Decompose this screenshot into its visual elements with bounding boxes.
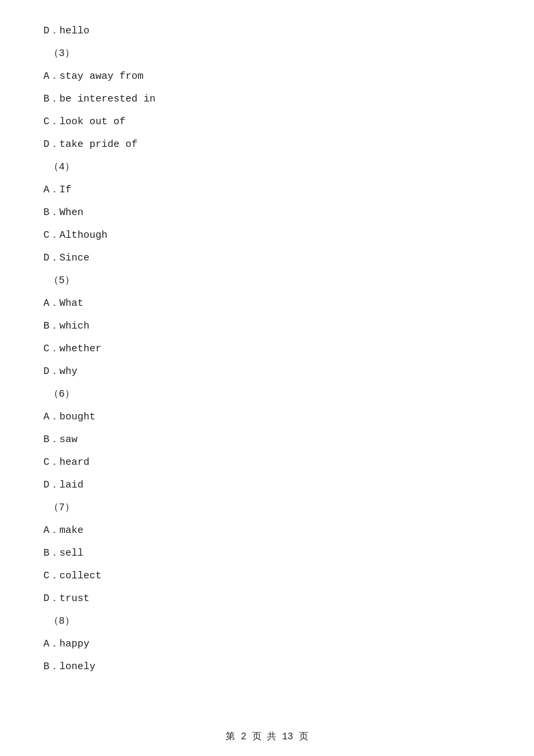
line-q6-d: D．laid	[43, 474, 491, 497]
line-q6-label: （6）	[49, 383, 491, 406]
line-q3-label: （3）	[49, 43, 491, 65]
line-q7-c: C．collect	[43, 565, 491, 588]
line-q6-c: C．heard	[43, 451, 491, 474]
line-q7-a: A．make	[43, 520, 491, 542]
line-q8-a: A．happy	[43, 633, 491, 656]
line-q8-b: B．lonely	[43, 656, 491, 679]
line-q5-b: B．which	[43, 315, 491, 338]
line-q5-a: A．What	[43, 293, 491, 315]
line-q3-a: A．stay away from	[43, 65, 491, 88]
line-q3-b: B．be interested in	[43, 88, 491, 111]
line-q4-label: （4）	[49, 156, 491, 179]
main-content: D．hello （3） A．stay away from B．be intere…	[0, 0, 534, 719]
line-q7-d: D．trust	[43, 588, 491, 610]
line-q3-d: D．take pride of	[43, 134, 491, 156]
line-q5-c: C．whether	[43, 338, 491, 361]
line-q4-a: A．If	[43, 179, 491, 202]
line-q6-a: A．bought	[43, 406, 491, 429]
line-q4-d: D．Since	[43, 247, 491, 270]
line-q5-label: （5）	[49, 270, 491, 293]
line-q6-b: B．saw	[43, 429, 491, 451]
line-q4-c: C．Although	[43, 224, 491, 247]
line-q7-b: B．sell	[43, 542, 491, 565]
line-q7-label: （7）	[49, 497, 491, 520]
line-q5-d: D．why	[43, 361, 491, 383]
line-q3-c: C．look out of	[43, 111, 491, 134]
line-q4-b: B．When	[43, 202, 491, 224]
line-q8-label: （8）	[49, 610, 491, 633]
page-footer: 第 2 页 共 13 页	[0, 731, 534, 743]
line-d-hello: D．hello	[43, 20, 491, 43]
